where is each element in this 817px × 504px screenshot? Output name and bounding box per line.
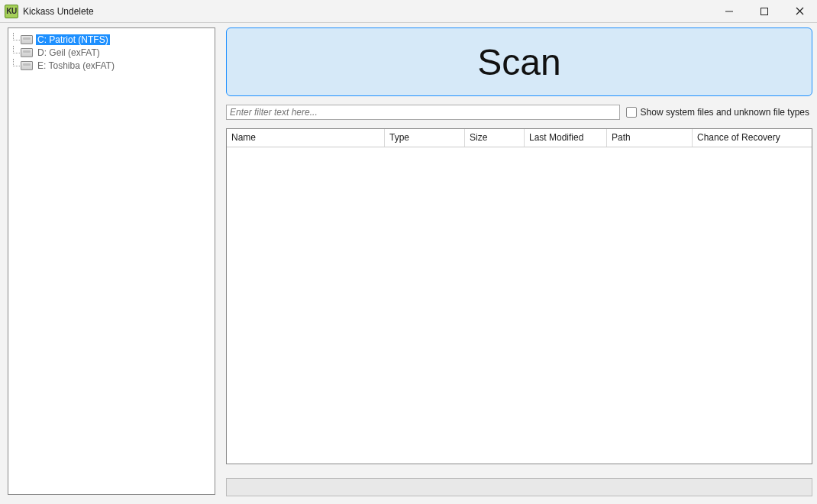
drive-icon [21,35,33,44]
filter-row: Show system files and unknown file types [226,104,812,121]
column-header-name[interactable]: Name [227,129,385,147]
checkbox-icon [626,107,637,118]
drive-icon [21,61,33,70]
maximize-button[interactable] [747,0,782,22]
scan-button[interactable]: Scan [226,27,812,96]
window-controls [712,0,817,22]
column-header-type[interactable]: Type [385,129,465,147]
column-header-path[interactable]: Path [607,129,693,147]
column-header-last-modified[interactable]: Last Modified [525,129,607,147]
drive-label: E: Toshiba (exFAT) [36,60,116,71]
drive-tree: C: Patriot (NTFS) D: Geil (exFAT) E: Tos… [8,27,215,495]
drive-label: D: Geil (exFAT) [36,47,102,58]
drive-item-d[interactable]: D: Geil (exFAT) [10,46,213,59]
minimize-button[interactable] [712,0,747,22]
show-system-label: Show system files and unknown file types [641,107,809,118]
results-table: Name Type Size Last Modified Path Chance… [226,128,812,464]
scan-button-label: Scan [477,41,560,83]
title-bar: KU Kickass Undelete [0,0,817,23]
drive-label: C: Patriot (NTFS) [36,34,110,45]
app-icon: KU [5,5,18,18]
app-body: C: Patriot (NTFS) D: Geil (exFAT) E: Tos… [0,23,817,504]
close-icon [796,7,804,15]
window-title: Kickass Undelete [23,6,94,17]
column-header-chance[interactable]: Chance of Recovery [693,129,812,147]
drive-item-e[interactable]: E: Toshiba (exFAT) [10,59,213,72]
show-system-checkbox[interactable]: Show system files and unknown file types [626,107,812,118]
drive-icon [21,48,33,57]
results-body[interactable] [227,147,812,464]
filter-input[interactable] [226,105,620,120]
close-button[interactable] [782,0,817,22]
status-bar [226,478,812,496]
drive-item-c[interactable]: C: Patriot (NTFS) [10,33,213,46]
svg-rect-1 [761,8,768,15]
column-header-size[interactable]: Size [465,129,525,147]
maximize-icon [760,8,768,15]
column-headers: Name Type Size Last Modified Path Chance… [227,129,812,147]
minimize-icon [725,8,733,15]
main-panel: Scan Show system files and unknown file … [226,27,812,504]
